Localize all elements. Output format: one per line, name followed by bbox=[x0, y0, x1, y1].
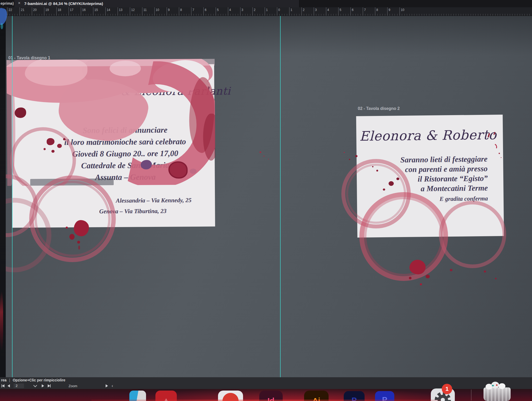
ruler-number: 17 bbox=[69, 7, 81, 16]
wine-fleck bbox=[355, 155, 358, 157]
wine-drip bbox=[77, 241, 80, 244]
wine-drop bbox=[372, 166, 373, 167]
ruler-number: 20 bbox=[32, 7, 44, 16]
trash-paper-mark bbox=[492, 385, 494, 386]
wine-drip bbox=[69, 234, 75, 240]
maroon-blot bbox=[168, 161, 188, 179]
ruler-number: 8 bbox=[179, 7, 191, 16]
wine-drop bbox=[44, 148, 46, 150]
tab-previous-partial[interactable]: eprima) bbox=[1, 1, 14, 5]
ruler-number: 19 bbox=[44, 7, 56, 16]
pink-fleck bbox=[190, 169, 197, 174]
document-tab-bar: eprima) × 7-bambini.ai @ 84,34 % (CMYK/A… bbox=[0, 0, 532, 7]
ruler-number: 7 bbox=[363, 7, 375, 16]
blue-app-icon[interactable] bbox=[129, 391, 146, 401]
wine-fleck bbox=[499, 153, 500, 154]
wine-drop bbox=[376, 170, 378, 172]
ruler-number: 5 bbox=[338, 7, 350, 16]
wine-ring-inner bbox=[364, 197, 443, 276]
wine-fleck bbox=[263, 156, 264, 157]
artboard-number-field[interactable]: 2 bbox=[14, 384, 24, 388]
ruler-number: 12 bbox=[130, 7, 142, 16]
wine-drop bbox=[63, 138, 65, 140]
play-arrow-icon[interactable] bbox=[106, 384, 108, 387]
status-hint: Opzione+Clic per rimpicciolire bbox=[13, 378, 65, 382]
trash-icon[interactable] bbox=[483, 387, 511, 401]
artboard-navigation: 2 bbox=[2, 384, 51, 388]
ruler-number: 16 bbox=[81, 7, 93, 16]
wine-fleck bbox=[259, 151, 261, 153]
ruler-number: 13 bbox=[118, 7, 130, 16]
ruler-number: 7 bbox=[191, 7, 203, 16]
chevron-down-icon[interactable] bbox=[33, 384, 37, 387]
previous-artboard-button[interactable] bbox=[8, 384, 10, 387]
illustrator-window: 01 - Tavola disegno 1 02 - Tavola disegn… bbox=[0, 0, 532, 401]
last-artboard-button[interactable] bbox=[48, 384, 51, 387]
guide-vertical-left[interactable] bbox=[12, 16, 13, 377]
wine-drop bbox=[396, 178, 399, 180]
wine-drip bbox=[409, 277, 412, 279]
bezel-red-reflection bbox=[0, 291, 3, 351]
status-separator: | bbox=[9, 378, 10, 382]
chevron-left-icon[interactable]: ‹ bbox=[112, 383, 113, 388]
wine-drip bbox=[420, 283, 422, 285]
wine-drip bbox=[484, 270, 486, 273]
bezel-cyan-reflection bbox=[1, 23, 3, 29]
invitation2-title[interactable]: Eleonora & Roberto bbox=[359, 127, 495, 144]
indesign-icon[interactable]: Id bbox=[259, 391, 283, 401]
ruler-number: 5 bbox=[216, 7, 228, 16]
wine-drop bbox=[57, 144, 62, 148]
wallpaper-glow bbox=[91, 400, 441, 401]
ruler-number: 1 bbox=[289, 7, 301, 16]
ruler-number: 3 bbox=[314, 7, 326, 16]
wine-drop bbox=[383, 188, 385, 191]
wine-drop-large bbox=[15, 108, 26, 118]
ruler-number: 21 bbox=[20, 7, 32, 16]
status-bar: rea | Opzione+Clic per rimpicciolire 2 Z… bbox=[0, 377, 532, 389]
illustrator-icon[interactable]: Ai bbox=[304, 391, 329, 401]
ruler-number: 9 bbox=[167, 7, 179, 16]
wine-fleck bbox=[268, 159, 269, 160]
ruler-number: 6 bbox=[203, 7, 216, 16]
ruler-number: 2 bbox=[252, 7, 265, 16]
tab-active[interactable]: × 7-bambini.ai @ 84,34 % (CMYK/Anteprima… bbox=[14, 0, 299, 7]
ruler-number: 10 bbox=[400, 7, 412, 16]
ruler-number: 0 bbox=[277, 7, 289, 16]
watercolor-group-artboard1 bbox=[7, 59, 215, 186]
trash-paper bbox=[499, 383, 505, 389]
record-app-icon[interactable] bbox=[218, 391, 243, 401]
wine-fleck bbox=[349, 159, 350, 160]
gear-hole bbox=[441, 398, 445, 401]
document-title: 7-bambini.ai @ 84,34 % (CMYK/Anteprima) bbox=[24, 1, 103, 6]
purple-blot bbox=[141, 160, 152, 169]
wine-ring-right bbox=[439, 201, 506, 268]
wine-drop bbox=[389, 181, 394, 186]
artboard2-label[interactable]: 02 - Tavola disegno 2 bbox=[358, 106, 400, 111]
horizontal-ruler[interactable]: 2221201918171615141312111098765432101234… bbox=[0, 7, 532, 16]
status-hint-prefix: rea bbox=[1, 378, 7, 382]
close-icon[interactable]: × bbox=[18, 1, 20, 5]
ruler-number: 2 bbox=[301, 7, 314, 16]
wine-drop bbox=[51, 150, 55, 153]
screen-bezel-left bbox=[0, 8, 6, 377]
trash-paper-mark bbox=[496, 384, 498, 386]
ruler-numbers: 2221201918171615141312111098765432101234… bbox=[7, 7, 412, 16]
ruler-number: 6 bbox=[350, 7, 363, 16]
ruler-number: 8 bbox=[375, 7, 387, 16]
ruler-number: 3 bbox=[240, 7, 252, 16]
red-app-icon[interactable] bbox=[155, 391, 177, 401]
ruler-number: 22 bbox=[7, 7, 20, 16]
ruler-number: 1 bbox=[265, 7, 277, 16]
wine-drip bbox=[78, 245, 80, 250]
wine-fleck bbox=[501, 157, 501, 158]
wine-fleck bbox=[344, 152, 345, 153]
ruler-number: 18 bbox=[56, 7, 69, 16]
zoom-status-label[interactable]: Zoom bbox=[69, 384, 77, 388]
next-artboard-button[interactable] bbox=[42, 384, 44, 387]
ruler-number: 9 bbox=[387, 7, 400, 16]
guide-vertical-right[interactable] bbox=[280, 16, 281, 377]
first-artboard-button[interactable] bbox=[2, 384, 4, 387]
status-hint-row: rea | Opzione+Clic per rimpicciolire bbox=[1, 378, 65, 382]
ruler-number: 11 bbox=[142, 7, 154, 16]
wine-drip bbox=[495, 278, 497, 279]
